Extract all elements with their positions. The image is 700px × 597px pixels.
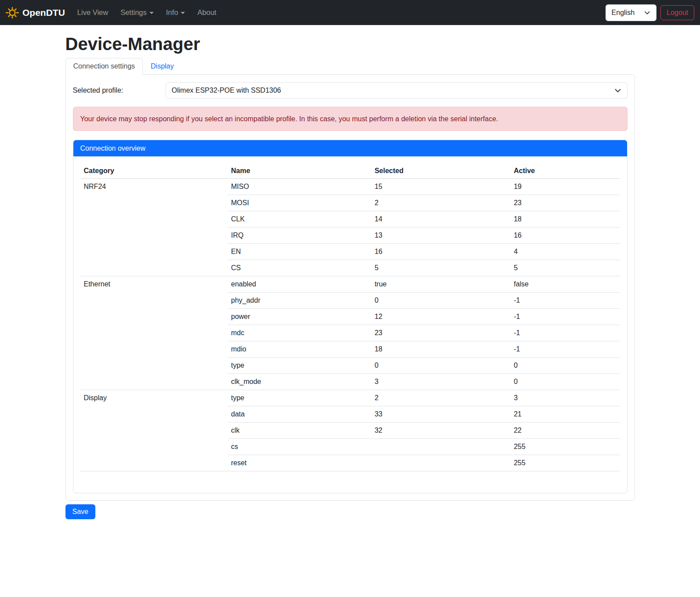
active-cell: 22 xyxy=(510,423,620,439)
column-header-name: Name xyxy=(228,163,371,179)
active-cell: 19 xyxy=(510,179,620,195)
chevron-down-icon xyxy=(614,87,621,94)
active-cell: 4 xyxy=(510,244,620,260)
nav-item-settings[interactable]: Settings xyxy=(114,5,160,20)
incompatible-profile-warning: Your device may stop responding if you s… xyxy=(73,107,627,131)
active-cell: 5 xyxy=(510,260,620,276)
active-cell: 18 xyxy=(510,211,620,228)
name-cell: mdc xyxy=(228,325,371,341)
profile-select[interactable]: Olimex ESP32-POE with SSD1306 xyxy=(166,82,627,99)
name-cell: clk xyxy=(228,423,371,439)
name-cell: EN xyxy=(228,244,371,260)
caret-down-icon xyxy=(149,12,154,14)
selected-cell: 18 xyxy=(371,341,510,358)
profile-label: Selected profile: xyxy=(73,87,166,94)
category-cell: Display xyxy=(80,390,228,471)
name-cell: IRQ xyxy=(228,228,371,244)
active-cell: 255 xyxy=(510,439,620,455)
active-cell: -1 xyxy=(510,293,620,309)
table-row: Ethernetenabledtruefalse xyxy=(80,276,620,293)
save-button[interactable]: Save xyxy=(65,504,95,519)
selected-cell xyxy=(371,455,510,471)
selected-cell: 32 xyxy=(371,423,510,439)
selected-cell: 2 xyxy=(371,195,510,211)
brand-label: OpenDTU xyxy=(22,7,65,18)
active-cell: -1 xyxy=(510,341,620,358)
active-cell: 255 xyxy=(510,455,620,471)
active-cell: 23 xyxy=(510,195,620,211)
active-cell: false xyxy=(510,276,620,293)
selected-cell: 3 xyxy=(371,374,510,390)
active-cell: -1 xyxy=(510,309,620,325)
active-cell: 0 xyxy=(510,374,620,390)
active-cell: 0 xyxy=(510,358,620,374)
tab-connection-settings[interactable]: Connection settings xyxy=(65,58,143,75)
selected-cell: 13 xyxy=(371,228,510,244)
column-header-active: Active xyxy=(510,163,620,179)
selected-cell: 12 xyxy=(371,309,510,325)
category-cell: Ethernet xyxy=(80,276,228,390)
name-cell: type xyxy=(228,390,371,406)
profile-row: Selected profile: Olimex ESP32-POE with … xyxy=(73,82,627,99)
tab-content-card: Selected profile: Olimex ESP32-POE with … xyxy=(65,74,635,501)
name-cell: MISO xyxy=(228,179,371,195)
active-cell: 3 xyxy=(510,390,620,406)
profile-select-value: Olimex ESP32-POE with SSD1306 xyxy=(172,87,281,94)
selected-cell xyxy=(371,439,510,455)
main-container: Device-Manager Connection settings Displ… xyxy=(65,34,635,572)
tab-display[interactable]: Display xyxy=(143,58,181,75)
connection-overview-header: Connection overview xyxy=(73,140,627,156)
brand-link[interactable]: OpenDTU xyxy=(6,6,65,19)
name-cell: type xyxy=(228,358,371,374)
navbar: OpenDTU Live View Settings Info About En… xyxy=(0,0,700,25)
active-cell: -1 xyxy=(510,325,620,341)
selected-cell: 23 xyxy=(371,325,510,341)
connection-overview-table: Category Name Selected Active NRF24MISO1… xyxy=(80,163,620,471)
nav-item-about[interactable]: About xyxy=(191,5,222,20)
name-cell: phy_addr xyxy=(228,293,371,309)
bottom-spacer xyxy=(65,519,635,572)
table-row: NRF24MISO1519 xyxy=(80,179,620,195)
nav-item-info[interactable]: Info xyxy=(160,5,192,20)
language-select-value: English xyxy=(612,9,635,17)
name-cell: enabled xyxy=(228,276,371,293)
table-header-row: Category Name Selected Active xyxy=(80,163,620,179)
table-row: Displaytype23 xyxy=(80,390,620,406)
connection-overview-body: Category Name Selected Active NRF24MISO1… xyxy=(73,156,627,493)
nav-links: Live View Settings Info About xyxy=(71,5,223,20)
name-cell: reset xyxy=(228,455,371,471)
name-cell: CLK xyxy=(228,211,371,228)
column-header-selected: Selected xyxy=(371,163,510,179)
active-cell: 16 xyxy=(510,228,620,244)
name-cell: power xyxy=(228,309,371,325)
logout-button[interactable]: Logout xyxy=(660,5,694,20)
name-cell: mdio xyxy=(228,341,371,358)
name-cell: clk_mode xyxy=(228,374,371,390)
name-cell: CS xyxy=(228,260,371,276)
page-title: Device-Manager xyxy=(65,34,635,54)
name-cell: data xyxy=(228,406,371,423)
overview-table-body: NRF24MISO1519MOSI223CLK1418IRQ1316EN164C… xyxy=(80,179,620,471)
language-select[interactable]: English xyxy=(606,4,656,21)
selected-cell: 5 xyxy=(371,260,510,276)
selected-cell: 16 xyxy=(371,244,510,260)
active-cell: 21 xyxy=(510,406,620,423)
selected-cell: 15 xyxy=(371,179,510,195)
selected-cell: 2 xyxy=(371,390,510,406)
category-cell: NRF24 xyxy=(80,179,228,276)
sun-icon xyxy=(6,6,19,19)
name-cell: cs xyxy=(228,439,371,455)
name-cell: MOSI xyxy=(228,195,371,211)
nav-item-live-view[interactable]: Live View xyxy=(71,5,114,20)
selected-cell: 0 xyxy=(371,293,510,309)
chevron-down-icon xyxy=(644,10,650,16)
connection-overview-card: Connection overview Category Name Select… xyxy=(73,140,627,493)
selected-cell: 33 xyxy=(371,406,510,423)
selected-cell: 14 xyxy=(371,211,510,228)
tab-bar: Connection settings Display xyxy=(65,58,635,74)
caret-down-icon xyxy=(181,12,185,14)
selected-cell: 0 xyxy=(371,358,510,374)
column-header-category: Category xyxy=(80,163,228,179)
selected-cell: true xyxy=(371,276,510,293)
